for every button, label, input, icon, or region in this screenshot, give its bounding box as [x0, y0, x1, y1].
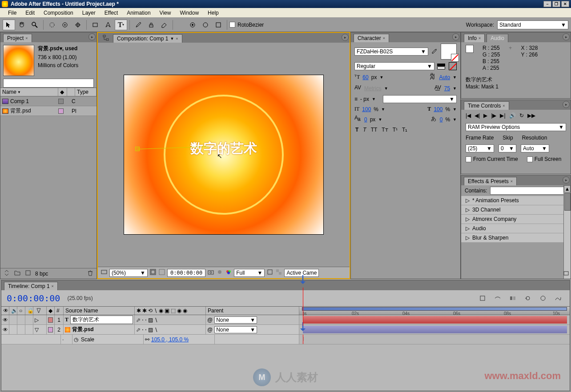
effects-tab[interactable]: Effects & Presets× [464, 177, 517, 185]
kerning-value[interactable]: Metrics [364, 85, 382, 92]
view-dropdown[interactable]: Active Came [284, 269, 319, 277]
graph-editor-icon[interactable] [552, 293, 564, 304]
fx-category[interactable]: ▷Atmorex Company [461, 215, 571, 224]
col-type[interactable]: Type [75, 88, 97, 96]
close-icon[interactable]: × [511, 179, 513, 184]
parent-dropdown[interactable]: None▼ [214, 326, 257, 333]
always-preview-icon[interactable] [101, 268, 108, 277]
font-style-dropdown[interactable]: Regular▼ [354, 62, 434, 70]
hand-tool[interactable] [16, 20, 28, 30]
timeline-current-time[interactable]: 0:00:00:00 [7, 293, 60, 304]
pickwhip-icon[interactable]: @ [207, 327, 213, 333]
close-icon[interactable]: × [52, 284, 54, 288]
col-source-name[interactable]: Source Name [64, 307, 135, 315]
hscale-value[interactable]: 100 [434, 106, 442, 112]
close-icon[interactable]: × [176, 36, 178, 41]
res-dropdown[interactable]: Auto▼ [521, 144, 549, 152]
smallcaps-button[interactable]: Tᴛ [382, 127, 388, 133]
parent-dropdown[interactable]: None▼ [214, 316, 257, 324]
layer-bar[interactable] [303, 326, 567, 333]
snapshot-icon[interactable] [207, 268, 214, 277]
fx-category[interactable]: ▷3D Channel [461, 205, 571, 215]
maximize-button[interactable]: ❐ [552, 1, 560, 7]
menu-file[interactable]: File [4, 8, 21, 17]
timeline-layer-row[interactable]: 👁 ▽ 2 背景.psd ⬀⋅⋅ ▨∖ @ None▼ [1, 325, 570, 335]
vscale-value[interactable]: 100 [362, 106, 371, 112]
comp-tab[interactable]: Composition: Comp 1 ▼ × [113, 34, 182, 43]
frame-blend-icon[interactable] [507, 293, 519, 304]
eraser-tool[interactable] [158, 20, 170, 30]
tracking-value[interactable]: 75 [444, 85, 450, 92]
ram-options-dropdown[interactable]: RAM Preview Options▼ [466, 123, 566, 131]
panel-menu-icon[interactable] [563, 176, 570, 184]
selection-tool[interactable] [3, 20, 15, 30]
col-audio[interactable]: 🔊 [9, 307, 17, 315]
minimize-button[interactable]: – [543, 1, 551, 7]
baseline-value[interactable]: 0 [364, 116, 367, 123]
comp-icon[interactable] [24, 269, 32, 278]
col-video[interactable]: 👁 [1, 307, 9, 315]
project-item-footage[interactable]: 背景.psd Pl [0, 106, 97, 116]
fx-category[interactable]: ▷Blur & Sharpen [461, 233, 571, 243]
prev-frame-button[interactable]: ◀| [474, 112, 480, 119]
time-ruler[interactable]: )s 02s 04s 06s 08s 10s [299, 307, 570, 315]
comp-flowchart-icon[interactable] [476, 293, 489, 304]
audio-tab[interactable]: Audio [487, 34, 508, 42]
font-family-dropdown[interactable]: FZDaHei-B02S▼ [354, 48, 428, 56]
menu-composition[interactable]: Composition [39, 8, 78, 17]
info-tab[interactable]: Info× [464, 34, 485, 42]
col-name[interactable]: Name▼ [0, 88, 58, 96]
video-toggle[interactable]: 👁 [1, 325, 9, 334]
current-time[interactable]: 0:00:00:00 [167, 269, 205, 277]
no-stroke-icon[interactable] [449, 62, 457, 70]
last-frame-button[interactable]: ▶| [500, 112, 505, 119]
switch-icon[interactable]: ⬀ [136, 327, 141, 333]
shy-icon[interactable] [491, 293, 504, 304]
zoom-dropdown[interactable]: (50%)▼ [109, 269, 148, 277]
loop-button[interactable]: ↻ [519, 112, 524, 119]
col-parent[interactable]: Parent [206, 307, 299, 315]
label-color[interactable] [48, 317, 53, 323]
fill-color-swatch[interactable] [441, 44, 457, 60]
col-switches[interactable]: ✱✱⟲∖◉▣⬚◉◉ [135, 307, 206, 315]
superscript-button[interactable]: T¹ [393, 127, 398, 133]
close-button[interactable]: ✕ [561, 1, 569, 7]
play-button[interactable]: ▶ [483, 112, 487, 119]
timeline-layer-row[interactable]: 👁 ▷ 1 T 数字的艺术 ⬀⋅⋅ ▨∖ @ None▼ [1, 315, 570, 325]
project-item-comp[interactable]: Comp 1 C [0, 96, 97, 106]
disclosure-icon[interactable]: ▷ [35, 317, 39, 323]
from-current-time-checkbox[interactable] [466, 156, 471, 162]
pen-tool[interactable] [102, 20, 114, 30]
label-color[interactable] [58, 99, 64, 104]
clone-stamp-tool[interactable] [145, 20, 157, 30]
col-shy[interactable] [33, 307, 47, 315]
eyedropper-icon[interactable] [431, 48, 438, 56]
switch-icon[interactable]: ▨ [148, 317, 153, 323]
bold-button[interactable]: T [355, 127, 358, 133]
brush-tool[interactable] [132, 20, 145, 30]
local-axis-mode[interactable] [186, 20, 199, 30]
menu-layer[interactable]: Layer [78, 8, 100, 17]
orbit-camera-tool[interactable] [59, 20, 71, 30]
effects-search-input[interactable] [490, 187, 567, 195]
col-number[interactable]: # [55, 307, 64, 315]
transparency-grid-icon[interactable] [275, 268, 282, 277]
close-icon[interactable]: × [383, 36, 385, 40]
constrain-icon[interactable]: ⚯ [145, 336, 149, 343]
brainstorm-icon[interactable] [537, 293, 549, 304]
allcaps-button[interactable]: TT [371, 127, 378, 133]
menu-effect[interactable]: Effect [100, 8, 122, 17]
type-tool[interactable]: T▾ [115, 20, 127, 30]
tsume-value[interactable]: 0 [440, 116, 443, 123]
layer-name[interactable]: 数字的艺术 [70, 316, 133, 324]
panel-menu-icon[interactable] [563, 101, 570, 108]
project-tab[interactable]: Project× [3, 34, 32, 42]
panel-menu-icon[interactable] [452, 33, 459, 40]
safe-zones-icon[interactable] [149, 268, 157, 277]
resolution-dropdown[interactable]: Full▼ [234, 269, 265, 277]
layer-name[interactable]: 背景.psd [72, 326, 94, 333]
panel-menu-icon[interactable] [88, 33, 96, 40]
ram-preview-button[interactable]: ▶▶ [527, 112, 535, 119]
pickwhip-icon[interactable]: @ [207, 317, 213, 323]
menu-edit[interactable]: Edit [21, 8, 39, 17]
